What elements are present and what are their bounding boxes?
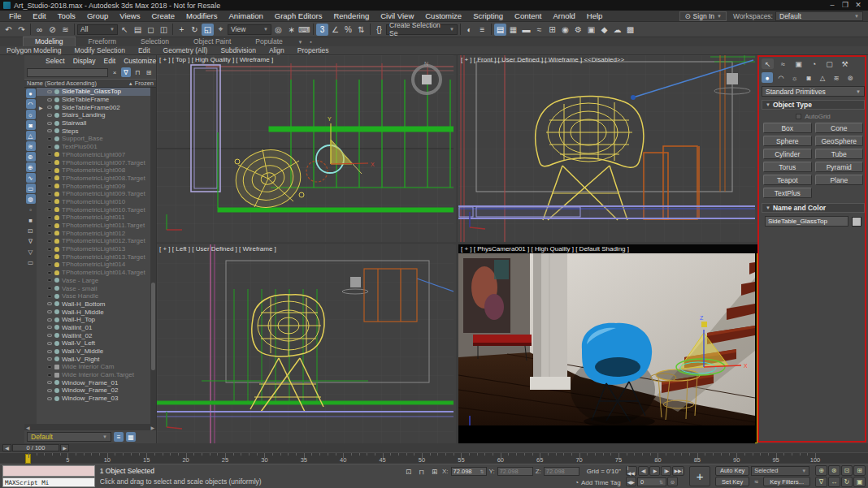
display-hidden-icon[interactable]: ■ <box>26 215 36 225</box>
minimize-ribbon-icon[interactable]: ▪ <box>306 37 315 46</box>
select-and-scale-icon[interactable]: ◱ <box>202 24 214 36</box>
ribbon-panel-edit[interactable]: Edit <box>138 46 150 54</box>
visibility-eye-icon[interactable] <box>47 98 52 101</box>
visibility-eye-icon[interactable] <box>47 374 52 377</box>
tab-hierarchy[interactable]: ▣ <box>792 58 805 69</box>
explorer-item[interactable]: Wall-V_Left <box>37 339 150 348</box>
display-helpers-icon[interactable]: △ <box>26 131 36 140</box>
maxscript-listener-label[interactable]: MAXScript Mi <box>2 477 95 487</box>
maximize-viewport-icon[interactable]: ▣ <box>853 477 866 487</box>
explorer-search-input[interactable] <box>27 68 108 77</box>
visibility-eye-icon[interactable] <box>47 381 52 384</box>
explorer-item[interactable]: Vase - small <box>37 284 150 292</box>
explorer-column-header[interactable]: Name (Sorted Ascending) ▲ Frozen <box>24 79 156 88</box>
maximize-button[interactable]: ❐ <box>839 0 852 11</box>
visibility-eye-icon[interactable] <box>47 263 52 266</box>
menu-civil-view[interactable]: Civil View <box>375 11 419 22</box>
explorer-item[interactable]: TPhotometricLight011.Target <box>37 222 150 230</box>
visibility-eye-icon[interactable] <box>47 106 52 109</box>
z-coordinate-field[interactable]: 72.098 <box>544 467 579 476</box>
explorer-item[interactable]: Window_Frame_01 <box>37 378 150 387</box>
visibility-eye-icon[interactable] <box>47 310 52 313</box>
create-cylinder-button[interactable]: Cylinder <box>763 149 812 159</box>
time-configuration-icon[interactable]: ⊙ <box>667 477 678 486</box>
display-bones-icon[interactable]: ∿ <box>26 173 36 183</box>
material-editor-icon[interactable]: ◉ <box>559 24 571 36</box>
visibility-eye-icon[interactable] <box>47 357 52 361</box>
create-pyramid-button[interactable]: Pyramid <box>815 162 864 172</box>
display-xrefs-icon[interactable]: ⊕ <box>26 162 36 172</box>
zoom-icon[interactable]: ⊕ <box>815 465 827 476</box>
scroll-left-icon[interactable]: ◀ <box>26 425 30 430</box>
sign-in-button[interactable]: ⊙ Sign In ▼ <box>679 11 727 21</box>
viewport-front-label[interactable]: [ + ] [ Front ] [ User Defined ] [ Wiref… <box>461 56 624 63</box>
previous-frame-arrow[interactable]: ◀ <box>2 444 11 451</box>
set-key-button[interactable]: Set Key <box>715 477 749 486</box>
undo-icon[interactable]: ↶ <box>2 24 15 36</box>
window-crossing-icon[interactable]: ◫ <box>158 24 170 36</box>
clear-search-icon[interactable]: × <box>110 67 119 77</box>
explorer-item[interactable]: Vase Handle <box>37 292 150 300</box>
explorer-item[interactable]: TPhotometricLight007 <box>37 151 150 159</box>
render-gallery-icon[interactable]: ▩ <box>624 24 636 36</box>
visibility-eye-icon[interactable] <box>47 216 52 219</box>
filter-combinations-icon[interactable]: ∇ <box>26 236 36 246</box>
key-mode-toggle[interactable]: ◀▶ <box>626 477 636 486</box>
percent-snap-icon[interactable]: % <box>342 24 354 36</box>
explorer-preset-dropdown[interactable]: Default▼ <box>27 432 111 442</box>
explorer-item[interactable]: TPhotometricLight012.Target <box>37 237 150 245</box>
x-coordinate-field[interactable]: 72.098⇅ <box>451 467 487 476</box>
autogrid-checkbox[interactable] <box>796 114 801 119</box>
explorer-item[interactable]: Window_Frame_03 <box>37 395 150 403</box>
create-lights-icon[interactable]: ☼ <box>789 72 801 83</box>
visibility-eye-icon[interactable] <box>47 334 52 337</box>
menu-modifiers[interactable]: Modifiers <box>180 11 224 22</box>
zoom-extents-icon[interactable]: ⊡ <box>841 465 853 476</box>
curve-editor-icon[interactable]: ≈ <box>533 24 545 36</box>
keyboard-shortcut-override-icon[interactable]: ⌨ <box>298 24 310 36</box>
explorer-horizontal-scrollbar[interactable]: ◀ ▶ <box>24 424 156 430</box>
explorer-vertical-scrollbar[interactable] <box>150 88 156 424</box>
explorer-item[interactable]: Wide Interior Cam.Target <box>37 371 150 379</box>
explorer-item[interactable]: Support_Base <box>37 135 150 143</box>
viewport-camera-label[interactable]: [ + ] [ PhysCamera001 ] [ High Quality ]… <box>461 245 629 253</box>
visibility-eye-icon[interactable] <box>47 255 52 258</box>
create-teapot-button[interactable]: Teapot <box>763 175 812 185</box>
select-and-link-icon[interactable]: ∞ <box>33 24 46 36</box>
tab-motion[interactable]: ◔ <box>808 58 820 69</box>
menu-arnold[interactable]: Arnold <box>547 11 580 22</box>
explorer-item[interactable]: Vase - Large <box>37 277 150 285</box>
ribbon-panel-polygon-modeling[interactable]: Polygon Modeling <box>7 46 62 54</box>
reference-coordinate-dropdown[interactable]: View▼ <box>228 24 271 35</box>
explorer-item[interactable]: Wall-V_Right <box>37 355 150 363</box>
time-slider-value[interactable]: 0 / 100 <box>12 444 59 451</box>
explorer-item[interactable]: TPhotometricLight013.Target <box>37 253 150 261</box>
explorer-item[interactable]: Wall-H_Top <box>37 316 150 324</box>
toggle-ribbon-icon[interactable]: ▬ <box>520 24 532 36</box>
selection-lock-icon[interactable]: ⊓ <box>416 467 427 477</box>
explorer-item[interactable]: Wall-H_Bottom <box>37 300 150 309</box>
filter-icon[interactable]: ∇ <box>121 67 131 77</box>
create-sphere-button[interactable]: Sphere <box>763 136 812 146</box>
display-shapes-icon[interactable]: ◠ <box>26 99 36 109</box>
explorer-item[interactable]: TPhotometricLight012 <box>37 229 150 237</box>
select-and-manipulate-icon[interactable]: ∗ <box>285 24 297 36</box>
ribbon-tab-freeform[interactable]: Freeform <box>77 37 128 46</box>
y-coordinate-field[interactable]: 72.098 <box>497 467 533 476</box>
maxscript-mini-listener[interactable] <box>2 465 95 477</box>
select-and-rotate-icon[interactable]: ↻ <box>189 24 201 36</box>
menu-help[interactable]: Help <box>581 11 609 22</box>
create-geosphere-button[interactable]: GeoSphere <box>815 136 864 146</box>
add-time-tag[interactable]: ◔ Add Time Tag <box>575 479 621 486</box>
viewport-camera-canvas[interactable]: X Z <box>458 253 755 443</box>
current-frame-field[interactable]: 0⇅ <box>637 477 666 486</box>
tab-create[interactable]: ↖ <box>762 58 774 69</box>
toggle-scene-explorer-icon[interactable]: ▤ <box>494 24 506 36</box>
display-cameras-icon[interactable]: ◙ <box>26 120 36 130</box>
ribbon-tab-modeling[interactable]: Modeling <box>23 37 76 46</box>
next-frame-button[interactable]: |▶ <box>661 466 671 476</box>
visibility-eye-icon[interactable] <box>47 200 52 203</box>
create-box-button[interactable]: Box <box>763 123 812 133</box>
new-key-tangent-icon[interactable]: ≈ <box>751 477 762 486</box>
named-selection-dropdown[interactable]: Create Selection Se▼ <box>386 24 458 35</box>
